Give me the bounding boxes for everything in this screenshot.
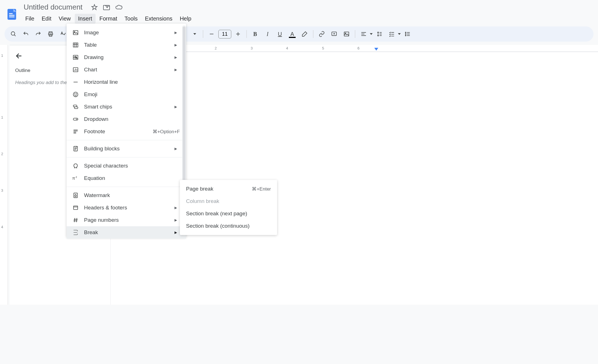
- document-title[interactable]: Untitled document: [22, 2, 84, 12]
- menu-item-chart[interactable]: Chart▶: [67, 64, 186, 76]
- underline-button[interactable]: U: [274, 28, 286, 40]
- undo-button[interactable]: [20, 28, 31, 40]
- toolbar-separator: [203, 30, 203, 38]
- align-button[interactable]: [358, 28, 369, 40]
- menu-item-label: Table: [84, 42, 169, 48]
- svg-point-11: [345, 33, 346, 34]
- submenu-item-section-break-next-page-[interactable]: Section break (next page): [180, 207, 277, 220]
- menu-item-label: Footnote: [84, 128, 148, 135]
- toolbar-separator: [246, 30, 247, 38]
- svg-point-22: [74, 94, 75, 94]
- font-size-input[interactable]: 11: [218, 30, 231, 39]
- menu-item-headers-footers[interactable]: Headers & footers▶: [67, 202, 186, 214]
- bold-button[interactable]: B: [250, 28, 261, 40]
- menu-item-label: Special characters: [84, 163, 180, 169]
- menu-item-page-numbers[interactable]: Page numbers▶: [67, 214, 186, 226]
- submenu-item-column-break: Column break: [180, 195, 277, 207]
- svg-rect-30: [74, 193, 78, 198]
- menu-item-label: Watermark: [84, 192, 180, 198]
- search-button[interactable]: [8, 28, 19, 40]
- styles-dropdown-arrow[interactable]: [189, 28, 200, 40]
- svg-point-12: [405, 32, 406, 33]
- image-button[interactable]: [341, 28, 352, 40]
- redo-button[interactable]: [33, 28, 44, 40]
- highlight-button[interactable]: [299, 28, 310, 40]
- menu-divider: [67, 157, 186, 157]
- menu-item-smart-chips[interactable]: Smart chips▶: [67, 101, 186, 113]
- submenu-shortcut: ⌘+Enter: [252, 186, 271, 192]
- text-color-button[interactable]: A: [287, 28, 298, 40]
- menu-item-drawing[interactable]: Drawing▶: [67, 51, 186, 64]
- menu-help[interactable]: Help: [176, 14, 195, 24]
- menu-item-special-characters[interactable]: Special characters: [67, 160, 186, 172]
- menu-item-label: Chart: [84, 67, 169, 73]
- italic-button[interactable]: I: [262, 28, 273, 40]
- chart-icon: [72, 66, 79, 73]
- font-size-increase[interactable]: [232, 28, 244, 40]
- dropdown-icon: [72, 116, 79, 123]
- line-spacing-button[interactable]: [374, 28, 385, 40]
- menu-extensions[interactable]: Extensions: [142, 14, 176, 24]
- menu-item-equation[interactable]: π2Equation: [67, 172, 186, 184]
- submenu-item-section-break-continuous-[interactable]: Section break (continuous): [180, 220, 277, 232]
- svg-rect-31: [74, 206, 78, 210]
- align-dropdown-icon[interactable]: [370, 33, 373, 35]
- svg-rect-25: [74, 107, 78, 108]
- checklist-button[interactable]: [386, 28, 397, 40]
- svg-rect-24: [73, 105, 77, 107]
- svg-point-21: [73, 92, 78, 97]
- print-button[interactable]: [45, 28, 56, 40]
- chips-icon: [72, 103, 79, 110]
- menu-divider: [67, 187, 186, 187]
- menu-item-building-blocks[interactable]: Building blocks▶: [67, 143, 186, 155]
- menu-item-horizontal-line[interactable]: Horizontal line: [67, 76, 186, 88]
- submenu-item-page-break[interactable]: Page break⌘+Enter: [180, 183, 277, 195]
- drawing-icon: [72, 54, 79, 61]
- svg-point-5: [11, 32, 15, 35]
- font-size-decrease[interactable]: [206, 28, 217, 40]
- ruler-num: 4: [286, 46, 288, 50]
- menu-item-image[interactable]: Image▶: [67, 26, 186, 39]
- ruler-indent-marker[interactable]: [374, 48, 378, 51]
- submenu-arrow-icon: ▶: [175, 147, 177, 151]
- svg-point-16: [74, 31, 75, 32]
- hr-icon: [72, 79, 79, 85]
- menu-file[interactable]: File: [22, 14, 38, 24]
- emoji-icon: [72, 91, 79, 98]
- menu-item-dropdown[interactable]: Dropdown: [67, 113, 186, 125]
- image-icon: [72, 29, 79, 36]
- omega-icon: [72, 162, 79, 169]
- menu-item-label: Drawing: [84, 54, 169, 60]
- menu-tools[interactable]: Tools: [121, 14, 141, 24]
- menu-format[interactable]: Format: [96, 14, 121, 24]
- menu-insert[interactable]: Insert: [75, 14, 96, 24]
- comment-button[interactable]: [329, 28, 340, 40]
- menu-item-footnote[interactable]: Footnote⌘+Option+F: [67, 125, 186, 138]
- menu-item-label: Dropdown: [84, 116, 180, 122]
- star-icon[interactable]: [91, 4, 98, 11]
- menu-view[interactable]: View: [55, 14, 74, 24]
- svg-text:π: π: [72, 176, 75, 180]
- footnote-icon: [72, 128, 79, 135]
- submenu-item-label: Section break (next page): [186, 211, 271, 217]
- header: Untitled document File Edit View Insert …: [0, 0, 598, 26]
- svg-rect-2: [9, 17, 14, 17]
- menu-item-label: Building blocks: [84, 146, 169, 152]
- docs-logo[interactable]: [4, 7, 19, 22]
- menu-divider: [67, 140, 186, 140]
- checklist-dropdown-icon[interactable]: [398, 33, 401, 35]
- cloud-status-icon[interactable]: [115, 4, 123, 10]
- vertical-ruler: 1 1 2 3 4: [0, 45, 8, 305]
- submenu-arrow-icon: ▶: [175, 230, 177, 234]
- menu-item-watermark[interactable]: Watermark: [67, 189, 186, 202]
- link-button[interactable]: [316, 28, 327, 40]
- move-icon[interactable]: [103, 4, 110, 10]
- menu-item-emoji[interactable]: Emoji: [67, 88, 186, 101]
- menu-edit[interactable]: Edit: [38, 14, 55, 24]
- menu-item-break[interactable]: Break▶: [67, 226, 186, 239]
- insert-menu-dropdown: Image▶Table▶Drawing▶Chart▶Horizontal lin…: [67, 24, 186, 237]
- menu-item-table[interactable]: Table▶: [67, 39, 186, 51]
- title-area: Untitled document File Edit View Insert …: [22, 2, 195, 26]
- menu-item-label: Page numbers: [84, 217, 169, 223]
- bulleted-list-button[interactable]: [402, 28, 413, 40]
